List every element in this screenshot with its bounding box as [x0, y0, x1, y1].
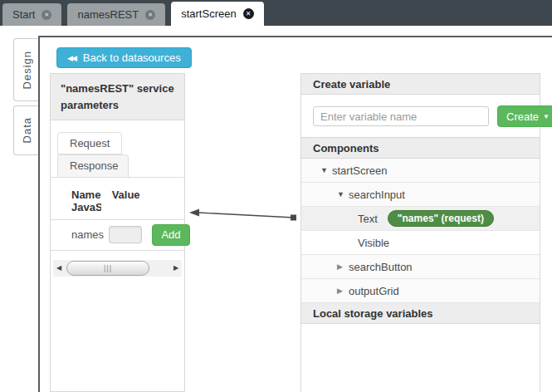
- parameter-name: names: [71, 228, 104, 241]
- close-icon[interactable]: ✕: [145, 10, 155, 20]
- back-button-label: Back to datasources: [83, 51, 181, 64]
- tree-item-label: outputGrid: [349, 285, 399, 297]
- table-row-names: names Add: [51, 220, 184, 251]
- mapped-variable-badge[interactable]: "names" (request): [388, 210, 494, 227]
- editor-tab-bar: Start ✕ namesREST ✕ startScreen ✕: [0, 0, 552, 26]
- create-variable-row: Create ▼: [301, 95, 540, 138]
- tab-namesrest[interactable]: namesREST ✕: [67, 3, 165, 26]
- tab-response[interactable]: Response: [57, 154, 129, 177]
- chevron-expanded-icon[interactable]: ▼: [337, 190, 349, 198]
- horizontal-scrollbar[interactable]: ◀ ||| ▶: [53, 260, 182, 277]
- data-tab-label: Data: [21, 117, 33, 143]
- create-variable-header: Create variable: [301, 74, 540, 95]
- column-header-value: Value: [112, 189, 158, 201]
- scroll-right-icon[interactable]: ▶: [170, 260, 182, 277]
- chevron-collapsed-icon[interactable]: ▶: [337, 287, 349, 295]
- tree-item-label: Visible: [358, 237, 389, 249]
- service-panel-title: "namesREST" service parameters: [51, 74, 184, 120]
- variable-name-input[interactable]: [313, 106, 489, 126]
- tree-item-label: searchButton: [349, 261, 413, 273]
- rewind-icon: ◀◀: [67, 54, 76, 62]
- request-response-tabs: Request Response: [51, 120, 184, 178]
- local-storage-variables-header: Local storage variables: [301, 303, 540, 324]
- tree-item-label: searchInput: [349, 189, 405, 201]
- tree-item-label: Text: [358, 213, 378, 225]
- service-parameters-panel: "namesREST" service parameters Request R…: [50, 73, 185, 392]
- tab-startscreen[interactable]: startScreen ✕: [171, 2, 263, 26]
- back-to-datasources-button[interactable]: ◀◀ Back to datasources: [56, 47, 192, 68]
- variables-panel: Create variable Create ▼ Components ▼ st…: [300, 73, 540, 392]
- tree-item-searchbutton[interactable]: ▶ searchButton: [301, 255, 540, 279]
- sidebar-tab-data[interactable]: Data: [13, 105, 39, 155]
- close-icon[interactable]: ✕: [243, 8, 254, 19]
- chevron-expanded-icon[interactable]: ▼: [320, 166, 332, 174]
- column-header-javascript: JavaScript: [71, 201, 101, 213]
- tab-label: startScreen: [181, 7, 236, 20]
- column-header-name: Name: [71, 189, 109, 201]
- create-variable-button[interactable]: Create ▼: [497, 105, 552, 127]
- tree-item-label: startScreen: [332, 164, 387, 177]
- tab-request[interactable]: Request: [57, 132, 122, 154]
- sidebar-tab-design[interactable]: Design: [13, 38, 39, 101]
- tree-item-startscreen[interactable]: ▼ startScreen: [301, 159, 540, 183]
- create-button-label: Create: [506, 110, 539, 123]
- tree-item-outputgrid[interactable]: ▶ outputGrid: [301, 279, 540, 303]
- tab-label: namesREST: [77, 8, 139, 21]
- tab-start[interactable]: Start ✕: [2, 3, 61, 26]
- parameters-table-header: Name Value JavaScript: [51, 178, 184, 220]
- tab-label: Start: [12, 8, 35, 21]
- chevron-down-icon: ▼: [543, 113, 550, 120]
- tree-item-text[interactable]: Text "names" (request): [301, 207, 540, 231]
- close-icon[interactable]: ✕: [42, 10, 51, 20]
- tree-item-visible[interactable]: Visible: [301, 231, 540, 255]
- design-tab-label: Design: [21, 51, 33, 89]
- components-header: Components: [301, 138, 540, 159]
- tree-item-searchinput[interactable]: ▼ searchInput: [301, 183, 540, 207]
- scrollbar-thumb[interactable]: |||: [66, 261, 149, 276]
- chevron-collapsed-icon[interactable]: ▶: [337, 262, 349, 271]
- add-js-button[interactable]: Add: [152, 224, 190, 246]
- parameter-value-input[interactable]: [109, 226, 142, 243]
- scroll-left-icon[interactable]: ◀: [53, 260, 65, 277]
